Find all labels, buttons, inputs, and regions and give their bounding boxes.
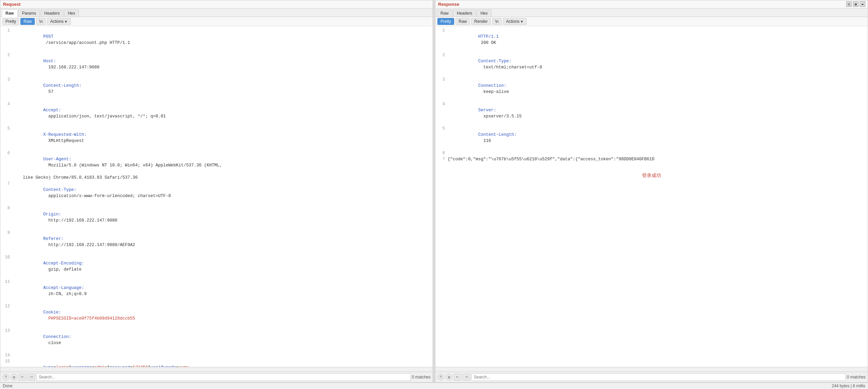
minimize-icon[interactable]: ▬ <box>860 1 865 7</box>
raw-btn-request[interactable]: Raw <box>20 18 35 25</box>
response-settings-icon[interactable]: ⚙ <box>446 374 452 380</box>
request-line-8: 8 Origin: http://192.168.222.147:9080 <box>0 205 433 230</box>
request-line-6: 6 User-Agent: Mozilla/5.0 (Windows NT 10… <box>0 150 433 175</box>
n-btn-request[interactable]: \n <box>36 18 46 25</box>
request-line-5: 5 X-Requested-With: XMLHttpRequest <box>0 126 433 150</box>
response-line-4: 4 Server: xpserver/3.5.15 <box>435 101 868 126</box>
status-bar: Done 244 bytes | 8 millis <box>0 383 868 389</box>
request-tab-bar: Raw Params Headers Hex <box>0 9 433 17</box>
response-line-6: 6 <box>435 150 868 156</box>
request-line-13: 13 Connection: close <box>0 328 433 352</box>
actions-label-request: Actions <box>50 19 63 24</box>
split-view-icon[interactable]: ◫ <box>846 1 852 7</box>
request-toolbar: Pretty Raw \n Actions ▼ <box>0 17 433 26</box>
request-title: Request <box>0 0 433 9</box>
response-prev-btn[interactable]: ← <box>454 374 461 380</box>
actions-arrow-request: ▼ <box>64 20 68 23</box>
request-line-12: 12 Cookie: PHPSESSID=ace0f75f4b09d94128d… <box>0 303 433 328</box>
pretty-btn-response[interactable]: Pretty <box>437 18 454 25</box>
request-settings-icon[interactable]: ⚙ <box>11 374 17 380</box>
response-search-bar: ? ⚙ ← → 0 matches <box>435 372 868 382</box>
response-line-2: 2 Content-Type: text/html;charset=utf-8 <box>435 52 868 77</box>
actions-arrow-response: ▼ <box>520 20 524 23</box>
actions-label-response: Actions <box>506 19 519 24</box>
response-help-icon[interactable]: ? <box>437 374 444 380</box>
tab-headers-request[interactable]: Headers <box>41 10 63 17</box>
n-btn-response[interactable]: \n <box>492 18 502 25</box>
request-line-11: 11 Accept-Language: zh-CN, zh;q=0.9 <box>0 279 433 303</box>
status-right: 244 bytes | 8 millis <box>832 384 866 388</box>
request-line-1: 1 POST /service/app/account.php HTTP/1.1 <box>0 28 433 52</box>
tile-icon[interactable]: ▤ <box>853 1 858 7</box>
tab-params-request[interactable]: Params <box>18 10 40 17</box>
request-line-7: 7 Content-Type: application/x-www-form-u… <box>0 181 433 205</box>
request-line-15: 15 type=login&username=admin&password=12… <box>0 358 433 367</box>
request-line-4: 4 Accept: application/json, text/javascr… <box>0 101 433 126</box>
status-left: Done <box>3 384 13 388</box>
response-line-5: 5 Content-Length: 116 <box>435 126 868 150</box>
request-line-3: 3 Content-Length: 57 <box>0 77 433 101</box>
request-line-2: 2 Host: 192.168.222.147:9080 <box>0 52 433 77</box>
request-line-14: 14 <box>0 352 433 358</box>
request-line-6-cont: like Gecko) Chrome/85.0.4183.83 Safari/5… <box>0 175 433 181</box>
response-line-1: 1 HTTP/1.1 200 OK <box>435 28 868 52</box>
response-line-3: 3 Connection: keep-alive <box>435 77 868 101</box>
success-container: 登录成功 <box>435 173 868 179</box>
response-search-input[interactable] <box>471 373 846 381</box>
response-panel: Response Raw Headers Hex Pretty Raw Rend… <box>435 0 868 383</box>
request-hscroll[interactable] <box>0 367 433 372</box>
response-next-btn[interactable]: → <box>463 374 470 380</box>
request-next-btn[interactable]: → <box>28 374 35 380</box>
render-btn-response[interactable]: Render <box>471 18 491 25</box>
request-line-9: 9 Referer: http://192.168.222.147:9080/A… <box>0 230 433 254</box>
pretty-btn-request[interactable]: Pretty <box>2 18 19 25</box>
request-help-icon[interactable]: ? <box>2 374 9 380</box>
response-line-7: 7 {"code":0,"msg":"\u767b\u5f55\u6210\u5… <box>435 156 868 162</box>
tab-hex-response[interactable]: Hex <box>477 10 491 17</box>
response-hscroll[interactable] <box>435 367 868 372</box>
request-line-10: 10 Accept-Encoding: gzip, deflate <box>0 254 433 279</box>
actions-btn-response[interactable]: Actions ▼ <box>503 18 527 25</box>
tab-headers-response[interactable]: Headers <box>453 10 476 17</box>
actions-btn-request[interactable]: Actions ▼ <box>47 18 70 25</box>
request-search-input[interactable] <box>36 373 411 381</box>
success-text: 登录成功 <box>642 173 661 179</box>
request-panel: Request Raw Params Headers Hex Pretty Ra… <box>0 0 433 383</box>
response-title: Response <box>435 0 868 9</box>
response-toolbar: Pretty Raw Render \n Actions ▼ <box>435 17 868 26</box>
response-content[interactable]: 1 HTTP/1.1 200 OK 2 Content-Type: text/h… <box>435 26 868 367</box>
request-prev-btn[interactable]: ← <box>19 374 26 380</box>
request-search-bar: ? ⚙ ← → 0 matches <box>0 372 433 382</box>
response-tab-bar: Raw Headers Hex <box>435 9 868 17</box>
response-matches: 0 matches <box>847 375 866 379</box>
raw-btn-response[interactable]: Raw <box>455 18 470 25</box>
tab-raw-request[interactable]: Raw <box>2 10 18 17</box>
tab-hex-request[interactable]: Hex <box>64 10 79 17</box>
request-matches: 0 matches <box>412 375 431 379</box>
tab-raw-response[interactable]: Raw <box>437 10 452 17</box>
request-content[interactable]: 1 POST /service/app/account.php HTTP/1.1… <box>0 26 433 367</box>
